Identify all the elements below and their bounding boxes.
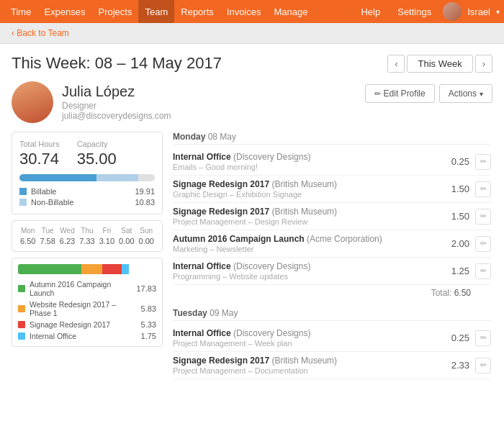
entry-info: Internal Office (Discovery Designs) Emai… bbox=[173, 152, 442, 171]
nav-username[interactable]: Israel bbox=[467, 6, 490, 17]
day-label: Sat bbox=[117, 227, 136, 235]
hours-card: Total Hours 30.74 Capacity 35.00 bbox=[12, 132, 163, 214]
entry-hours: 1.25 bbox=[448, 266, 469, 276]
total-hours-value: 30.74 bbox=[19, 150, 60, 168]
entry-info: Internal Office (Discovery Designs) Prog… bbox=[173, 261, 442, 281]
day-value: 0.00 bbox=[137, 237, 156, 245]
entry-info: Signage Redesign 2017 (British Museum) P… bbox=[173, 207, 442, 226]
entry-edit-button[interactable]: ✏ bbox=[475, 330, 491, 346]
entry-edit-button[interactable]: ✏ bbox=[475, 358, 491, 374]
nav-help[interactable]: Help bbox=[355, 0, 386, 23]
breakdown-dot bbox=[18, 321, 25, 328]
entry-sub: Emails – Good morning! bbox=[173, 163, 442, 171]
day-label: Tue bbox=[38, 227, 57, 235]
time-entry: Autumn 2016 Campaign Launch (Acme Corpor… bbox=[173, 230, 491, 258]
day-total: Total: 6.50 bbox=[173, 285, 491, 301]
entry-hours: 0.25 bbox=[448, 156, 469, 167]
entry-hours: 2.33 bbox=[448, 360, 469, 371]
actions-chevron-icon: ▾ bbox=[480, 90, 483, 98]
time-entry: Internal Office (Discovery Designs) Prog… bbox=[173, 258, 491, 285]
breakdown-dot bbox=[18, 305, 25, 312]
breakdown-bar-segment bbox=[18, 264, 81, 274]
actions-button[interactable]: Actions ▾ bbox=[439, 84, 492, 103]
prev-week-button[interactable]: ‹ bbox=[387, 55, 405, 73]
breakdown-legend-item: Internal Office 1.75 bbox=[18, 332, 156, 340]
profile-name: Julia López bbox=[62, 83, 171, 100]
day-heading: Monday 08 May bbox=[173, 132, 491, 145]
capacity-label: Capacity bbox=[77, 140, 117, 148]
breakdown-bar-segment bbox=[122, 264, 129, 274]
nav-item-projects[interactable]: Projects bbox=[92, 0, 139, 23]
entry-sub: Graphic Design – Exhibition Signage bbox=[173, 190, 442, 199]
day-value: 3.10 bbox=[97, 237, 116, 245]
billable-legend-dot bbox=[19, 188, 27, 195]
nav-item-manage[interactable]: Manage bbox=[268, 0, 315, 23]
entry-edit-button[interactable]: ✏ bbox=[475, 236, 491, 252]
entry-client: (Acme Corporation) bbox=[307, 234, 382, 244]
nav-item-team[interactable]: Team bbox=[138, 0, 174, 23]
progress-bar bbox=[19, 174, 155, 181]
entry-sub: Marketing – Newsletter bbox=[173, 245, 442, 253]
entry-hours: 0.25 bbox=[448, 332, 469, 343]
entry-title: Internal Office (Discovery Designs) bbox=[173, 261, 442, 271]
breakdown-bar-segment bbox=[81, 264, 102, 274]
breakdown-dot bbox=[18, 285, 25, 292]
day-value: 6.23 bbox=[58, 237, 77, 245]
breakdown-label: Website Redesign 2017 – Phase 1 bbox=[30, 300, 137, 317]
entry-edit-button[interactable]: ✏ bbox=[475, 181, 491, 197]
nav-item-expenses[interactable]: Expenses bbox=[37, 0, 91, 23]
time-entry: Signage Redesign 2017 (British Museum) G… bbox=[173, 176, 491, 203]
entry-title: Signage Redesign 2017 (British Museum) bbox=[173, 207, 442, 217]
entry-edit-button[interactable]: ✏ bbox=[475, 263, 491, 279]
day-label: Mon bbox=[19, 227, 37, 235]
profile-role: Designer bbox=[62, 101, 171, 111]
billable-fill bbox=[19, 174, 96, 181]
entry-edit-button[interactable]: ✏ bbox=[475, 209, 491, 225]
nav-item-reports[interactable]: Reports bbox=[174, 0, 220, 23]
edit-profile-button[interactable]: ✏ Edit Profile bbox=[365, 84, 435, 103]
day-section: Monday 08 May Internal Office (Discovery… bbox=[173, 132, 491, 301]
entry-sub: Programming – Website updates bbox=[173, 272, 442, 281]
time-entry: Internal Office (Discovery Designs) Emai… bbox=[173, 148, 491, 176]
nonbillable-legend-value: 10.83 bbox=[135, 198, 155, 207]
time-entry: Internal Office (Discovery Designs) Proj… bbox=[173, 325, 491, 352]
top-nav: Time Expenses Projects Team Reports Invo… bbox=[0, 0, 504, 23]
entry-title: Internal Office (Discovery Designs) bbox=[173, 328, 442, 338]
avatar[interactable] bbox=[443, 2, 462, 21]
nav-chevron-icon: ▾ bbox=[496, 8, 500, 16]
entry-title: Internal Office (Discovery Designs) bbox=[173, 152, 442, 162]
day-label: Wed bbox=[58, 227, 77, 235]
entry-sub: Project Management – Week plan bbox=[173, 339, 442, 348]
entry-client: (Discovery Designs) bbox=[233, 328, 310, 338]
breakdown-label: Signage Redesign 2017 bbox=[30, 320, 137, 329]
nonbillable-fill bbox=[96, 174, 138, 181]
nav-item-invoices[interactable]: Invoices bbox=[220, 0, 268, 23]
breakdown-label: Autumn 2016 Campaign Launch bbox=[30, 280, 132, 297]
back-to-team-link[interactable]: ‹ Back to Team bbox=[12, 28, 69, 38]
breakdown-bar-segment bbox=[102, 264, 122, 274]
day-value: 6.50 bbox=[19, 237, 37, 245]
breakdown-value: 1.75 bbox=[141, 332, 156, 340]
entry-client: (British Museum) bbox=[271, 207, 337, 217]
breakdown-legend-item: Signage Redesign 2017 5.33 bbox=[18, 320, 156, 329]
next-week-button[interactable]: › bbox=[475, 55, 492, 73]
nav-item-time[interactable]: Time bbox=[4, 0, 37, 23]
entry-client: (Discovery Designs) bbox=[233, 261, 310, 271]
entry-title: Signage Redesign 2017 (British Museum) bbox=[173, 356, 442, 366]
pencil-icon: ✏ bbox=[374, 89, 381, 99]
day-label: Thu bbox=[78, 227, 96, 235]
billable-legend-label: Billable bbox=[31, 187, 130, 196]
entry-sub: Project Management – Documentation bbox=[173, 366, 442, 375]
breakdown-dot bbox=[18, 332, 25, 340]
entry-client: (British Museum) bbox=[271, 356, 337, 366]
daily-card: MonTueWedThuFriSatSun 6.507.586.237.333.… bbox=[12, 220, 163, 252]
entry-sub: Project Management – Design Review bbox=[173, 217, 442, 226]
avatar bbox=[12, 81, 53, 123]
entry-edit-button[interactable]: ✏ bbox=[475, 154, 491, 170]
breakdown-card: Autumn 2016 Campaign Launch 17.83 Websit… bbox=[12, 258, 163, 347]
nonbillable-legend-label: Non-Billable bbox=[31, 198, 130, 207]
breakdown-legend-item: Website Redesign 2017 – Phase 1 5.83 bbox=[18, 300, 156, 317]
week-title: This Week: 08 – 14 May 2017 bbox=[12, 54, 222, 73]
capacity-value: 35.00 bbox=[77, 150, 117, 168]
nav-settings[interactable]: Settings bbox=[392, 0, 437, 23]
